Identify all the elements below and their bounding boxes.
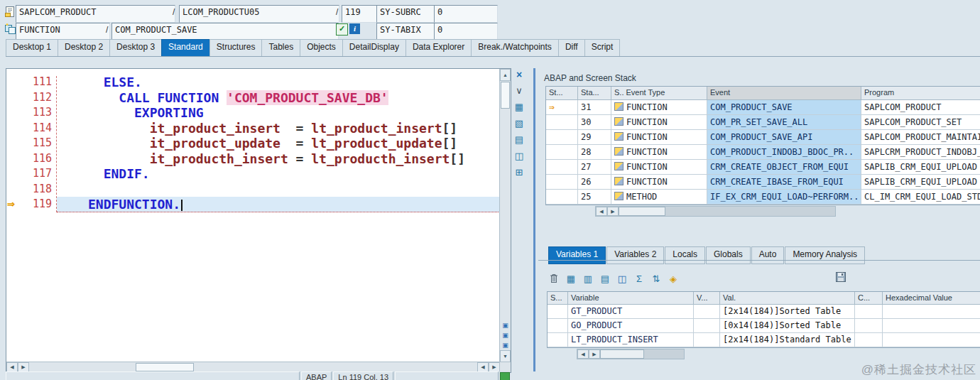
unit-name-field[interactable]: COM_PRODUCT_SAVE <box>111 23 339 40</box>
line-margin[interactable] <box>6 182 21 197</box>
scroll-left-button[interactable]: ◀ <box>6 362 18 372</box>
stack-row-31[interactable]: ⇒31FUNCTIONCOM_PRODUCT_SAVESAPLCOM_PRODU… <box>546 100 980 115</box>
panel-splitter[interactable] <box>533 68 535 371</box>
stack-cell-event[interactable]: CRM_CREATE_IBASE_FROM_EQUI <box>707 175 861 190</box>
overview-marker-icon[interactable]: ▣ <box>500 340 511 350</box>
scroll-up-button[interactable]: ▲ <box>500 69 511 81</box>
editor-vertical-scrollbar[interactable]: ▲ ▣ ▣ ▣ ▼ <box>499 69 511 362</box>
stack-cell-program[interactable]: SAPLCOM_PRODUCT_MAINTAIN_API <box>861 130 980 145</box>
variable-cell-select[interactable] <box>548 305 568 319</box>
vertical-scrollbar-thumb[interactable] <box>501 82 510 109</box>
scroll-left-button[interactable]: ◀ <box>477 362 489 372</box>
horizontal-scrollbar-thumb[interactable] <box>136 363 194 371</box>
table-edit-icon[interactable]: ▦ <box>565 273 577 284</box>
code-line-118[interactable]: 118 <box>6 182 500 197</box>
line-margin[interactable] <box>6 105 21 121</box>
stack-row-25[interactable]: 25METHODIF_EX_CRM_EQUI_LOAD~PERFORM...CL… <box>546 190 980 205</box>
new-tool-icon[interactable]: ⊞ <box>513 167 525 178</box>
variables-tab-globals[interactable]: Globals <box>706 246 751 264</box>
stack-column-header-4[interactable]: Event <box>707 87 861 100</box>
stack-cell-event[interactable]: COM_PRODUCT_INDOBJ_BDOC_PR.. <box>707 145 861 160</box>
variables-tab-auto[interactable]: Auto <box>751 246 785 264</box>
tab-detaildisplay[interactable]: DetailDisplay <box>342 39 406 56</box>
line-number[interactable]: 117 <box>21 166 57 182</box>
variables-column-header-2[interactable]: Variable <box>568 292 694 305</box>
stack-column-header-5[interactable]: Program <box>861 87 980 100</box>
line-number[interactable]: 115 <box>21 136 57 151</box>
line-number[interactable]: 116 <box>21 151 57 167</box>
tab-objects[interactable]: Objects <box>300 39 343 56</box>
variable-cell-name[interactable]: GO_PRODUCT <box>568 319 694 333</box>
stack-row-27[interactable]: 27FUNCTIONCRM_CREATE_OBJECT_FROM_EQUISAP… <box>546 160 980 175</box>
variables-tab-memory-analysis[interactable]: Memory Analysis <box>785 246 865 264</box>
horizontal-scrollbar-track[interactable] <box>665 207 835 216</box>
code-line-111[interactable]: 111 ELSE. <box>6 75 500 90</box>
stack-column-header-2[interactable]: Sta... <box>578 87 611 100</box>
line-margin[interactable] <box>6 151 21 167</box>
stack-row-29[interactable]: 29FUNCTIONCOM_PRODUCT_SAVE_APISAPLCOM_PR… <box>546 130 980 145</box>
main-program-field[interactable]: SAPLCOM_PRODUCT <box>16 5 175 23</box>
watchpoints-icon[interactable]: ▤ <box>513 134 525 145</box>
code-line-113[interactable]: 113 EXPORTING <box>6 105 500 121</box>
stack-cell-program[interactable]: SAPLCOM_PRODUCT <box>861 100 980 115</box>
filter-icon[interactable]: ◈ <box>668 273 679 284</box>
stack-cell-program[interactable]: SAPLIB_CRM_EQUI_UPLOAD <box>861 175 980 190</box>
scroll-left-button[interactable]: ◀ <box>596 207 607 216</box>
tab-break-watchpoints[interactable]: Break./Watchpoints <box>471 39 559 56</box>
line-margin[interactable] <box>6 121 21 136</box>
tab-desktop-2[interactable]: Desktop 2 <box>58 39 110 56</box>
variable-row-lt-product-insert[interactable]: LT_PRODUCT_INSERT[2x14(184)]Standard Tab… <box>548 333 980 347</box>
stack-row-26[interactable]: 26FUNCTIONCRM_CREATE_IBASE_FROM_EQUISAPL… <box>546 175 980 190</box>
code-line-112[interactable]: 112 CALL FUNCTION 'COM_PRODUCT_SAVE_DB' <box>6 90 500 106</box>
sort-icon[interactable]: ⇅ <box>650 273 662 284</box>
line-number[interactable]: 118 <box>21 182 57 197</box>
line-number[interactable]: 119 <box>21 197 57 212</box>
horizontal-scrollbar-track[interactable] <box>29 362 136 372</box>
stack-cell-event[interactable]: COM_PRODUCT_SAVE <box>707 100 861 115</box>
variables-horizontal-scrollbar[interactable]: ◀ ▶ <box>577 349 685 359</box>
horizontal-scrollbar-thumb[interactable] <box>619 207 665 216</box>
variable-row-go-product[interactable]: GO_PRODUCT[0x14(184)]Sorted TableS <box>548 319 980 333</box>
overview-marker-icon[interactable]: ▣ <box>500 330 511 340</box>
scroll-down-button[interactable]: ▼ <box>500 350 511 362</box>
stack-cell-program[interactable]: SAPLCOM_PRODUCT_SET <box>861 115 980 130</box>
code-line-119[interactable]: ⇒119ENDFUNCTION. <box>6 197 500 212</box>
variable-cell-name[interactable]: GT_PRODUCT <box>568 305 694 319</box>
tab-standard[interactable]: Standard <box>161 39 210 56</box>
line-number[interactable]: 111 <box>21 75 57 90</box>
edit-layout-icon[interactable]: ▦ <box>513 102 525 112</box>
include-field[interactable]: LCOM_PRODUCTU05 <box>179 5 339 23</box>
compare-icon[interactable]: ◫ <box>616 273 628 284</box>
line-number[interactable]: 114 <box>21 121 57 136</box>
table-columns-icon[interactable]: ▥ <box>582 273 594 284</box>
scroll-right-button[interactable]: ▶ <box>589 349 600 359</box>
tab-data-explorer[interactable]: Data Explorer <box>405 39 472 56</box>
line-number[interactable]: 113 <box>21 105 57 121</box>
variable-cell-value[interactable]: [0x14(184)]Sorted Table <box>720 319 855 333</box>
sy-subrc-value-field[interactable]: 0 <box>434 5 498 23</box>
scroll-right-button[interactable]: ▶ <box>18 362 29 372</box>
split-view-icon[interactable]: ◫ <box>513 151 525 161</box>
code-line-116[interactable]: 116 it_producth_insert = lt_producth_ins… <box>6 151 500 167</box>
table-rows-icon[interactable]: ▤ <box>599 273 611 284</box>
variables-tab-locals[interactable]: Locals <box>665 246 705 264</box>
variable-cell-value[interactable]: [2x14(184)]Sorted Table <box>720 305 855 319</box>
stack-column-header-3[interactable]: S.. Event Type <box>611 87 707 100</box>
variables-column-header-3[interactable]: V... <box>694 292 720 305</box>
line-margin[interactable]: ⇒ <box>6 197 21 212</box>
stack-cell-event[interactable]: COM_PR_SET_SAVE_ALL <box>707 115 861 130</box>
scroll-right-button[interactable]: ▶ <box>489 362 500 372</box>
stack-row-28[interactable]: 28FUNCTIONCOM_PRODUCT_INDOBJ_BDOC_PR..SA… <box>546 145 980 160</box>
line-margin[interactable] <box>6 136 21 151</box>
vertical-scrollbar-track[interactable] <box>500 109 511 320</box>
save-layout-icon[interactable] <box>835 271 846 282</box>
syntax-ok-icon[interactable]: ✓ <box>336 23 348 36</box>
variables-tab-variables-2[interactable]: Variables 2 <box>606 246 664 264</box>
stack-cell-event[interactable]: COM_PRODUCT_SAVE_API <box>707 130 861 145</box>
line-margin[interactable] <box>6 166 21 182</box>
line-margin[interactable] <box>6 90 21 106</box>
info-icon[interactable]: i <box>349 23 360 34</box>
variable-cell-name[interactable]: LT_PRODUCT_INSERT <box>568 333 694 347</box>
line-number[interactable]: 112 <box>21 90 57 106</box>
collapse-icon[interactable]: ∨ <box>513 85 525 96</box>
